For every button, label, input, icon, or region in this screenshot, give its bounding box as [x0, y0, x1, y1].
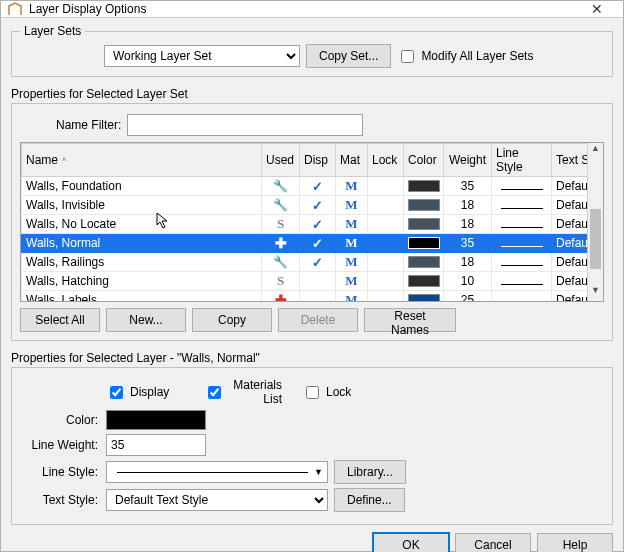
cell-used: ✚	[262, 234, 300, 253]
cell-textstyle[interactable]: Default Te...	[552, 234, 588, 253]
cell-linestyle[interactable]	[492, 253, 552, 272]
modify-all-checkbox[interactable]: Modify All Layer Sets	[397, 47, 533, 66]
cell-mat[interactable]: M	[336, 234, 368, 253]
cell-textstyle[interactable]: Default Te...	[552, 215, 588, 234]
name-filter-input[interactable]	[127, 114, 363, 136]
scroll-thumb[interactable]	[590, 209, 601, 269]
cell-weight: 18	[444, 196, 492, 215]
cell-lock[interactable]	[368, 234, 404, 253]
table-scrollbar[interactable]: ▲ ▼	[587, 143, 603, 301]
cell-name: Walls, Labels	[22, 291, 262, 302]
close-icon[interactable]: ✕	[577, 1, 617, 17]
cell-textstyle[interactable]: Default Te...	[552, 177, 588, 196]
table-row[interactable]: Walls, HatchingSM10Default Te...	[22, 272, 588, 291]
text-style-dropdown[interactable]: Default Text Style	[106, 489, 328, 511]
sort-asc-icon: ^	[62, 156, 66, 166]
cell-used: 🔧	[262, 253, 300, 272]
col-textstyle[interactable]: Text Style	[552, 144, 588, 177]
col-mat[interactable]: Mat	[336, 144, 368, 177]
reset-names-button[interactable]: Reset Names	[364, 308, 456, 332]
cell-linestyle[interactable]	[492, 196, 552, 215]
layer-table[interactable]: Name^ Used Disp Mat Lock Color Weight Li…	[20, 142, 604, 302]
cell-lock[interactable]	[368, 196, 404, 215]
define-button[interactable]: Define...	[334, 488, 405, 512]
col-weight[interactable]: Weight	[444, 144, 492, 177]
cell-color[interactable]	[404, 215, 444, 234]
cell-textstyle[interactable]: Default Te...	[552, 272, 588, 291]
cell-linestyle[interactable]	[492, 177, 552, 196]
cell-weight: 10	[444, 272, 492, 291]
col-used[interactable]: Used	[262, 144, 300, 177]
cell-used: S	[262, 272, 300, 291]
copy-layer-button[interactable]: Copy	[192, 308, 272, 332]
cell-name: Walls, Railings	[22, 253, 262, 272]
display-checkbox[interactable]: Display	[106, 383, 184, 402]
table-row[interactable]: Walls, Invisible🔧✓M18Default Te...	[22, 196, 588, 215]
cell-color[interactable]	[404, 253, 444, 272]
layer-set-dropdown[interactable]: Working Layer Set	[104, 45, 300, 67]
cell-linestyle[interactable]	[492, 215, 552, 234]
table-row[interactable]: Walls, Foundation🔧✓M35Default Te...	[22, 177, 588, 196]
cell-weight: 35	[444, 234, 492, 253]
table-row[interactable]: Walls, Normal✚✓M35Default Te...	[22, 234, 588, 253]
col-lock[interactable]: Lock	[368, 144, 404, 177]
table-row[interactable]: Walls, Labels✚M25Default La...	[22, 291, 588, 302]
line-weight-label: Line Weight:	[20, 438, 98, 452]
cell-disp[interactable]: ✓	[300, 234, 336, 253]
cell-textstyle[interactable]: Default Te...	[552, 253, 588, 272]
cell-lock[interactable]	[368, 272, 404, 291]
cell-mat[interactable]: M	[336, 291, 368, 302]
table-row[interactable]: Walls, Railings🔧✓M18Default Te...	[22, 253, 588, 272]
col-color[interactable]: Color	[404, 144, 444, 177]
cell-disp[interactable]: ✓	[300, 253, 336, 272]
cell-color[interactable]	[404, 196, 444, 215]
cell-lock[interactable]	[368, 215, 404, 234]
cell-linestyle[interactable]	[492, 272, 552, 291]
cell-textstyle[interactable]: Default La...	[552, 291, 588, 302]
cell-used: S	[262, 215, 300, 234]
cell-name: Walls, No Locate	[22, 215, 262, 234]
scroll-up-icon[interactable]: ▲	[588, 143, 603, 159]
cell-textstyle[interactable]: Default Te...	[552, 196, 588, 215]
cell-mat[interactable]: M	[336, 177, 368, 196]
library-button[interactable]: Library...	[334, 460, 406, 484]
cell-mat[interactable]: M	[336, 215, 368, 234]
help-button[interactable]: Help	[537, 533, 613, 552]
col-name[interactable]: Name^	[22, 144, 262, 177]
cell-disp[interactable]	[300, 272, 336, 291]
cell-lock[interactable]	[368, 253, 404, 272]
select-all-button[interactable]: Select All	[20, 308, 100, 332]
cell-linestyle[interactable]	[492, 291, 552, 302]
name-filter-label: Name Filter:	[56, 118, 121, 132]
scroll-down-icon[interactable]: ▼	[588, 285, 603, 301]
col-linestyle[interactable]: Line Style	[492, 144, 552, 177]
cell-disp[interactable]: ✓	[300, 215, 336, 234]
cell-lock[interactable]	[368, 177, 404, 196]
materials-checkbox[interactable]: Materials List	[204, 378, 282, 406]
layer-sets-group: Layer Sets Working Layer Set Copy Set...…	[11, 24, 613, 77]
col-disp[interactable]: Disp	[300, 144, 336, 177]
table-row[interactable]: Walls, No LocateS✓M18Default Te...	[22, 215, 588, 234]
new-layer-button[interactable]: New...	[106, 308, 186, 332]
line-style-dropdown[interactable]: ▼	[106, 461, 328, 483]
cell-color[interactable]	[404, 291, 444, 302]
cell-color[interactable]	[404, 177, 444, 196]
color-swatch[interactable]	[106, 410, 206, 430]
cell-disp[interactable]: ✓	[300, 196, 336, 215]
cancel-button[interactable]: Cancel	[455, 533, 531, 552]
cell-lock[interactable]	[368, 291, 404, 302]
color-label: Color:	[20, 413, 98, 427]
ok-button[interactable]: OK	[373, 533, 449, 552]
lock-checkbox[interactable]: Lock	[302, 383, 380, 402]
cell-color[interactable]	[404, 234, 444, 253]
cell-linestyle[interactable]	[492, 234, 552, 253]
cell-mat[interactable]: M	[336, 253, 368, 272]
cell-disp[interactable]: ✓	[300, 177, 336, 196]
copy-set-button[interactable]: Copy Set...	[306, 44, 391, 68]
cell-used: 🔧	[262, 196, 300, 215]
cell-mat[interactable]: M	[336, 196, 368, 215]
cell-disp[interactable]	[300, 291, 336, 302]
cell-mat[interactable]: M	[336, 272, 368, 291]
line-weight-input[interactable]	[106, 434, 206, 456]
cell-color[interactable]	[404, 272, 444, 291]
